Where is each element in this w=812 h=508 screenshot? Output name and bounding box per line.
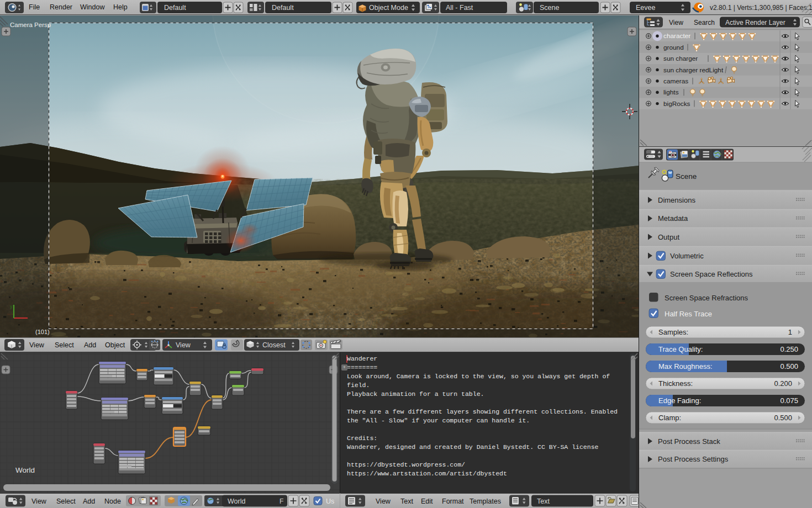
svg-text:y: y: [10, 304, 13, 309]
svg-text:Us: Us: [326, 498, 334, 505]
svg-text:v2.80.1 | Verts:1,300,985 | Fa: v2.80.1 | Verts:1,300,985 | Faces:1,: [710, 4, 812, 12]
svg-text:View: View: [31, 498, 47, 505]
svg-text:F: F: [280, 498, 283, 505]
svg-text:Object Mode: Object Mode: [369, 4, 408, 12]
svg-text:cameras: cameras: [663, 77, 688, 85]
svg-text:ground: ground: [663, 44, 684, 51]
svg-text:Thickness:: Thickness:: [658, 379, 693, 388]
svg-text:View: View: [176, 341, 191, 349]
svg-text:Default: Default: [272, 4, 294, 12]
svg-text:Eevee: Eevee: [636, 4, 655, 12]
svg-text:Select: Select: [55, 341, 74, 349]
svg-text:World: World: [15, 466, 35, 474]
svg-text:Format: Format: [442, 498, 464, 505]
svg-text:Clamp:: Clamp:: [658, 414, 681, 422]
svg-text:0.075: 0.075: [780, 396, 798, 405]
svg-text:Templates: Templates: [470, 498, 501, 505]
svg-text:0.500: 0.500: [774, 414, 792, 422]
svg-text:sun charger redLight: sun charger redLight: [663, 66, 724, 74]
svg-text:View: View: [669, 19, 683, 27]
svg-text:Closest: Closest: [262, 341, 286, 349]
svg-text:lights: lights: [663, 88, 679, 96]
svg-text:Max Roughness:: Max Roughness:: [658, 362, 713, 371]
svg-text:0.200: 0.200: [774, 379, 792, 388]
svg-text:All - Fast: All - Fast: [446, 4, 473, 12]
svg-text:Half Res Trace: Half Res Trace: [665, 310, 712, 318]
svg-text:View: View: [29, 341, 45, 349]
svg-text:bigRocks: bigRocks: [663, 100, 690, 108]
svg-text:Screen Space Reflections: Screen Space Reflections: [670, 270, 753, 278]
svg-text:Object: Object: [105, 341, 125, 349]
svg-text:Trace Quality:: Trace Quality:: [658, 345, 703, 353]
svg-text:Node: Node: [104, 498, 121, 505]
svg-text:0.250: 0.250: [780, 345, 798, 353]
svg-text:character: character: [663, 32, 690, 40]
svg-text:World: World: [228, 498, 245, 505]
svg-text:Scene: Scene: [540, 4, 559, 12]
svg-text:Text: Text: [400, 498, 413, 505]
svg-text:Active Render Layer: Active Render Layer: [725, 19, 785, 27]
svg-text:Add: Add: [83, 498, 95, 505]
svg-text:sun charger: sun charger: [663, 55, 698, 62]
svg-text:Edit: Edit: [421, 498, 433, 505]
svg-text:Post Process Stack: Post Process Stack: [658, 437, 720, 446]
svg-text:Edge Fading:: Edge Fading:: [658, 396, 701, 405]
svg-text:0.500: 0.500: [780, 362, 798, 371]
svg-text:Search: Search: [694, 19, 715, 27]
svg-text:Samples:: Samples:: [658, 328, 688, 336]
svg-text:Camera Persp: Camera Persp: [10, 22, 51, 28]
svg-text:Volumetric: Volumetric: [670, 252, 704, 260]
svg-text:Dimensions: Dimensions: [658, 196, 695, 204]
svg-text:View: View: [376, 498, 391, 505]
svg-text:(101): (101): [35, 329, 50, 335]
svg-text:Post Process Settings: Post Process Settings: [658, 455, 729, 463]
svg-text:Screen Space Refractions: Screen Space Refractions: [665, 294, 748, 302]
svg-text:Add: Add: [84, 341, 96, 349]
svg-text:Select: Select: [56, 498, 76, 505]
svg-text:Default: Default: [164, 4, 186, 12]
svg-text:Text: Text: [537, 498, 550, 505]
svg-text:Metadata: Metadata: [658, 214, 688, 223]
svg-text:Scene: Scene: [676, 172, 697, 181]
svg-text:1: 1: [788, 328, 792, 336]
svg-text:Output: Output: [658, 233, 679, 241]
